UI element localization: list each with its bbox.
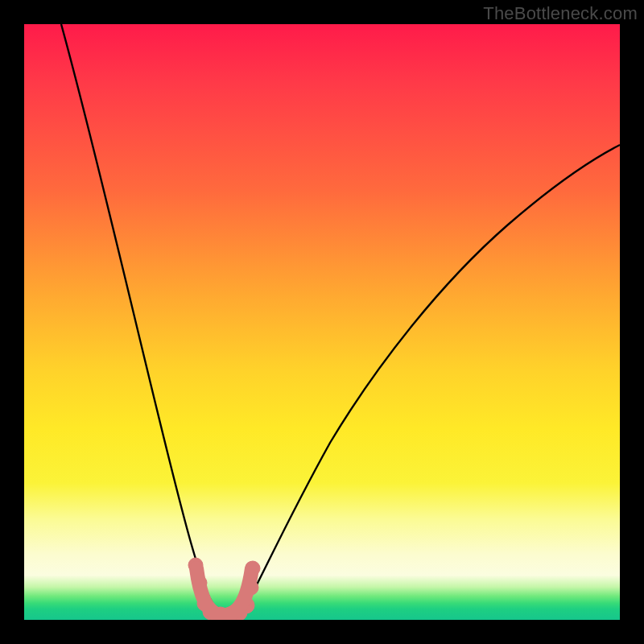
curve-overlay <box>24 24 620 620</box>
bottleneck-curve-right <box>227 145 620 617</box>
highlight-dots <box>188 558 260 620</box>
watermark-text: TheBottleneck.com <box>483 3 638 24</box>
chart-frame: TheBottleneck.com <box>0 0 644 644</box>
bottleneck-curve-left <box>61 24 227 617</box>
plot-area <box>24 24 620 620</box>
